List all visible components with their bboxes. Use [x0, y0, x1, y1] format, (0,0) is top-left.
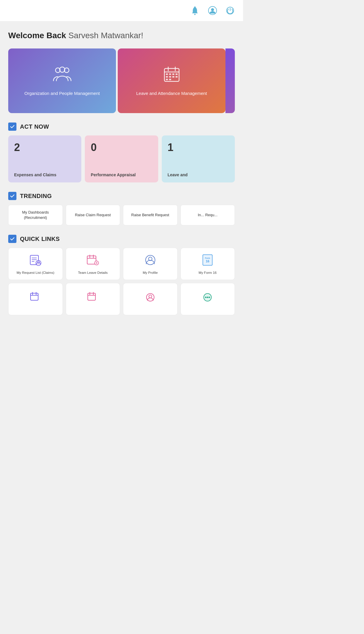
trending-item-1[interactable]: Raise Claim Request	[66, 205, 120, 225]
quick-links-header: QUICK LINKS	[8, 235, 235, 243]
svg-point-52	[205, 297, 207, 298]
welcome-name: Sarvesh Matwankar!	[68, 31, 143, 40]
act-card-leave-number: 1	[168, 141, 229, 154]
svg-rect-13	[169, 73, 171, 75]
app-header	[0, 0, 243, 21]
people-icon	[52, 66, 73, 87]
svg-rect-14	[172, 73, 174, 75]
svg-rect-45	[88, 293, 95, 300]
act-card-appraisal-label: Performance Appraisal	[91, 172, 152, 177]
act-now-title: ACT NOW	[20, 123, 49, 130]
quick-link-profile[interactable]: My Profile	[123, 248, 178, 280]
svg-rect-1	[194, 6, 196, 7]
module-card-leave[interactable]: Leave and Attendance Management	[118, 48, 225, 113]
welcome-section: Welcome Back Sarvesh Matwankar!	[8, 31, 235, 40]
trending-checkbox[interactable]	[8, 192, 16, 200]
trending-header: TRENDING	[8, 192, 235, 200]
quick-links-grid: My Request List (Claims) Team Leave Deta…	[8, 248, 235, 315]
svg-rect-18	[172, 76, 174, 78]
svg-rect-19	[176, 76, 178, 78]
quick-link-claims-label: My Request List (Claims)	[17, 271, 54, 275]
act-now-header: ACT NOW	[8, 123, 235, 131]
trending-item-2[interactable]: Raise Benefit Request	[123, 205, 178, 225]
quick-link-form16-label: My Form 16	[199, 271, 217, 275]
power-icon[interactable]	[224, 5, 236, 16]
trending-item-0[interactable]: My Dashboards (Recruitment)	[8, 205, 63, 225]
svg-rect-17	[169, 76, 171, 78]
module-card-org[interactable]: Organization and People Management	[8, 48, 116, 113]
module-cards-row: Organization and People Management	[8, 48, 235, 113]
trending-title: TRENDING	[20, 193, 52, 199]
team-leave-icon	[86, 254, 99, 268]
svg-rect-41	[31, 293, 38, 300]
svg-text:Form: Form	[205, 257, 210, 259]
svg-point-53	[207, 297, 208, 298]
bell-icon[interactable]	[189, 5, 201, 16]
calendar2-icon	[30, 292, 41, 305]
calendar3-icon	[87, 292, 99, 305]
form16-icon: Form 16	[201, 254, 214, 268]
svg-rect-21	[169, 79, 171, 80]
svg-text:16: 16	[206, 259, 209, 263]
profile-icon	[144, 254, 157, 268]
teal-icon	[202, 292, 213, 305]
quick-link-team-leave[interactable]: Team Leave Details	[66, 248, 120, 280]
quick-links-title: QUICK LINKS	[20, 236, 60, 242]
svg-rect-16	[166, 76, 168, 78]
quick-link-extra2[interactable]	[66, 283, 120, 315]
quick-link-team-leave-label: Team Leave Details	[78, 271, 108, 275]
quick-link-form16[interactable]: Form 16 My Form 16	[181, 248, 235, 280]
act-card-leave[interactable]: 1 Leave and	[162, 135, 235, 182]
act-card-expenses-label: Expenses and Claims	[14, 172, 75, 177]
svg-rect-15	[176, 73, 178, 75]
svg-point-3	[211, 8, 214, 11]
quick-link-claims[interactable]: My Request List (Claims)	[8, 248, 63, 280]
svg-point-50	[149, 295, 152, 298]
svg-point-0	[194, 14, 196, 15]
welcome-message: Welcome Back Sarvesh Matwankar!	[8, 31, 235, 40]
svg-rect-12	[166, 73, 168, 75]
module-card-leave-label: Leave and Attendance Management	[136, 90, 207, 96]
quick-link-extra3[interactable]	[123, 283, 178, 315]
quick-link-extra1[interactable]	[8, 283, 63, 315]
svg-rect-20	[166, 79, 168, 80]
quick-link-extra4[interactable]	[181, 283, 235, 315]
trending-cards-row: My Dashboards (Recruitment) Raise Claim …	[8, 205, 235, 225]
act-card-appraisal-number: 0	[91, 141, 152, 154]
act-now-checkbox[interactable]	[8, 123, 16, 131]
calendar-icon	[163, 66, 181, 87]
quick-link-profile-label: My Profile	[143, 271, 158, 275]
act-card-leave-label: Leave and	[168, 172, 229, 177]
welcome-bold: Welcome Back	[8, 31, 66, 40]
act-card-expenses-number: 2	[14, 141, 75, 154]
module-card-org-label: Organization and People Management	[24, 90, 100, 96]
pink-icon	[144, 292, 156, 305]
act-card-appraisal[interactable]: 0 Performance Appraisal	[85, 135, 158, 182]
main-content: Welcome Back Sarvesh Matwankar! Organiza…	[0, 21, 243, 325]
act-card-expenses[interactable]: 2 Expenses and Claims	[8, 135, 81, 182]
act-now-cards-row: 2 Expenses and Claims 0 Performance Appr…	[8, 135, 235, 182]
trending-item-3[interactable]: In... Requ...	[181, 205, 235, 225]
user-circle-icon[interactable]	[207, 5, 218, 16]
module-card-extra[interactable]	[225, 48, 235, 113]
quick-links-checkbox[interactable]	[8, 235, 16, 243]
svg-point-54	[209, 297, 210, 298]
claims-icon	[29, 254, 42, 268]
